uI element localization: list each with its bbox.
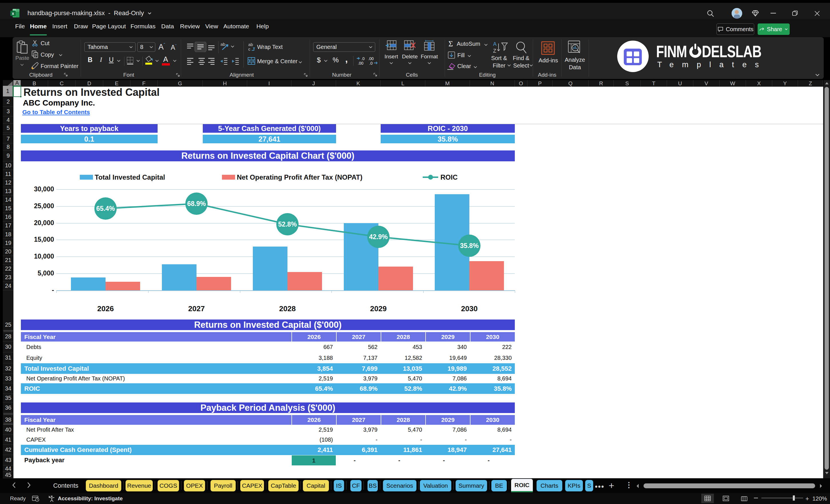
svg-text:FINM: FINM [656, 43, 687, 60]
svg-text:52.8%: 52.8% [278, 221, 296, 228]
svg-text:68.9%: 68.9% [187, 200, 205, 208]
svg-text:35.8%: 35.8% [460, 242, 478, 249]
svg-text:65.4%: 65.4% [96, 205, 115, 212]
svg-text:DELSLAB: DELSLAB [702, 43, 761, 60]
svg-text:42.9%: 42.9% [369, 233, 387, 241]
